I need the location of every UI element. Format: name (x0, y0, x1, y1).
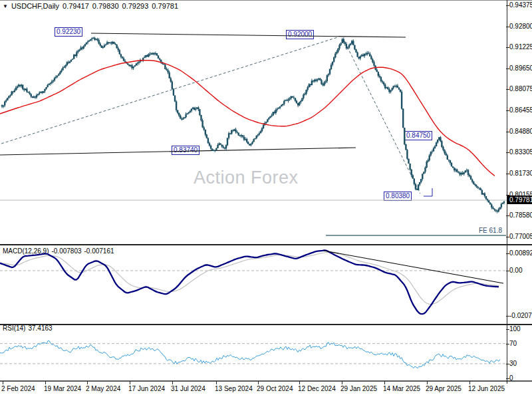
date-label: 14 Mar 2025 (383, 385, 420, 392)
rsi-axis-label: 0 (509, 374, 513, 382)
price-axis-label: 0.86455 (509, 106, 532, 114)
date-label: 29 Apr 2025 (426, 385, 462, 392)
rsi-axis-label: 70 (509, 340, 517, 348)
ohlc-close: 0.79781 (152, 2, 178, 10)
date-label: 2 May 2024 (86, 385, 120, 392)
date-label: 31 Jul 2024 (171, 385, 205, 392)
price-axis-label: 0.91225 (509, 43, 532, 51)
chart-header: ▼USDCHF,Daily0.794170.798300.792930.7978… (3, 2, 178, 10)
chart-canvas[interactable] (0, 0, 532, 399)
price-axis-label: 0.77005 (509, 233, 532, 241)
date-label: 19 Mar 2024 (44, 385, 81, 392)
macd-axis-label: 0.00 (509, 267, 522, 275)
macd-axis-label: 0.008923 (509, 249, 532, 257)
fibonacci-extension-label[interactable]: FE 61.8 (469, 227, 502, 234)
date-label: 2 Feb 2024 (1, 385, 35, 392)
date-label: 13 Sep 2024 (215, 385, 253, 392)
symbol-timeframe: USDCHF,Daily (11, 2, 59, 10)
price-axis-label: 0.88075 (509, 85, 532, 93)
price-axis-label: 0.92800 (509, 23, 532, 31)
price-axis-label: 0.81730 (509, 170, 532, 178)
current-price-tag: 0.79781 (507, 196, 532, 204)
date-label: 29 Oct 2024 (257, 385, 293, 392)
date-label: 12 Dec 2024 (298, 385, 336, 392)
ohlc-high: 0.79830 (92, 2, 119, 10)
date-label: 12 Jun 2025 (468, 385, 505, 392)
price-axis-label: 0.83305 (509, 148, 532, 156)
price-axis-label: 0.84880 (509, 128, 532, 136)
dropdown-triangle-icon[interactable]: ▼ (3, 3, 8, 9)
trading-chart-window: Action Forex ▼USDCHF,Daily0.794170.79830… (0, 0, 532, 399)
date-label: 17 Jun 2024 (128, 385, 165, 392)
price-axis-label: 0.89650 (509, 65, 532, 72)
price-axis-label: 0.94375 (509, 1, 532, 9)
price-axis-label: 0.78580 (509, 211, 532, 219)
rsi-axis-label: 100 (509, 325, 521, 333)
ohlc-open: 0.79417 (63, 2, 89, 10)
date-label: 29 Jan 2025 (340, 385, 377, 392)
macd-axis-label: -0.020759 (509, 312, 532, 320)
ohlc-low: 0.79293 (122, 2, 149, 10)
rsi-axis-label: 30 (509, 360, 517, 368)
